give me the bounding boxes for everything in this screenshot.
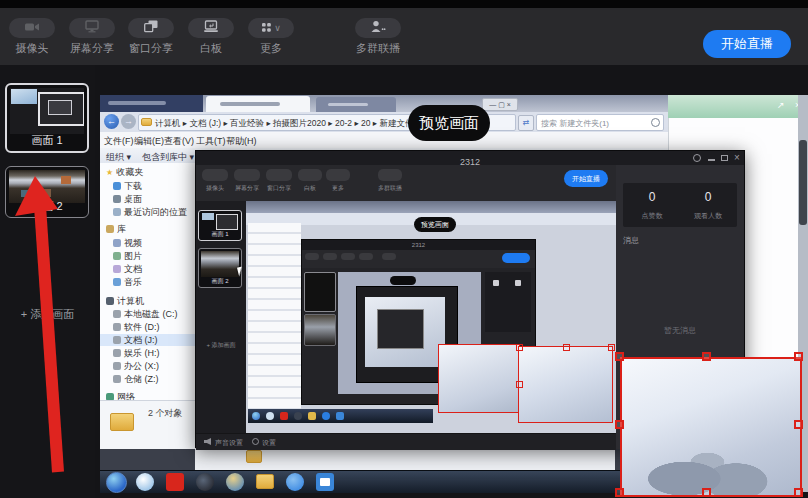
- nested-start-live-button: 开始直播: [564, 170, 608, 187]
- folder-icon: [246, 450, 262, 463]
- more-grid-icon: [261, 19, 272, 37]
- captured-taskbar: [100, 470, 640, 493]
- multi-group-label: 多群联播: [356, 43, 400, 54]
- tree-item: 软件 (D:): [100, 321, 207, 333]
- taskbar-app-icon: [166, 473, 184, 491]
- tree-item: 本地磁盘 (C:): [100, 308, 207, 320]
- tree-item: 下载: [100, 180, 207, 192]
- preview-pill: 预览画面: [408, 105, 490, 141]
- forward-icon: →: [121, 114, 136, 129]
- gear-icon: [693, 154, 701, 162]
- nested-scene-sidebar: 画面 1 画面 2 + 添加画面: [196, 201, 246, 435]
- refresh-icon: ⇄: [518, 115, 534, 131]
- window-share-button[interactable]: 窗口分享: [123, 18, 179, 62]
- speaker-icon: [204, 438, 211, 445]
- taskbar-app-icon: [286, 473, 304, 491]
- computer-icon: [106, 297, 114, 305]
- drive-icon: [113, 310, 121, 318]
- videos-icon: [113, 239, 121, 247]
- scene-card-1[interactable]: 画面 1: [5, 83, 89, 153]
- captured-status-bar: 2 个对象: [100, 400, 195, 449]
- window-share-label: 窗口分享: [129, 43, 173, 54]
- taskbar-app-icon: [226, 473, 244, 491]
- scene-1-label: 画面 1: [7, 133, 87, 148]
- folder-icon: [110, 413, 134, 431]
- desktop-icon: [113, 195, 121, 203]
- tree-item: ★收藏夹: [100, 166, 200, 178]
- libraries-icon: [106, 225, 114, 233]
- add-scene-button[interactable]: + 添加画面: [0, 307, 95, 322]
- menu-help: 帮助(H): [226, 135, 257, 148]
- crop-handle-bottom-left[interactable]: [615, 488, 624, 497]
- scene-2-label: 画面 2: [6, 199, 88, 214]
- window-top-strip: [0, 0, 808, 8]
- viewers-label: 观看人数: [687, 211, 729, 221]
- music-icon: [113, 278, 121, 286]
- breadcrumb: 计算机 ▸ 文档 (J:) ▸ 百业经验 ▸ 拍摄图片2020 ▸ 20-2 ▸…: [155, 118, 435, 130]
- tree-item: 仓储 (Z:): [100, 373, 207, 385]
- captured-inactive-tab: [316, 97, 396, 112]
- tree-item: 计算机: [100, 295, 200, 307]
- scrollbar-thumb: [799, 140, 807, 225]
- pictures-icon: [113, 252, 121, 260]
- window-share-icon: [143, 19, 159, 37]
- captured-file-area: [195, 448, 615, 470]
- drive-icon: [113, 375, 121, 383]
- scene-1-thumbnail: [10, 88, 84, 134]
- crop-handle-bottom-right[interactable]: [794, 488, 803, 497]
- likes-label: 点赞数: [631, 211, 673, 221]
- tree-item-selected: 文档 (J:): [100, 334, 207, 346]
- level2-selected-image: [518, 346, 613, 423]
- captured-green-window-header: ↗ ×: [668, 95, 808, 118]
- screen-share-label: 屏幕分享: [70, 43, 114, 54]
- downloads-icon: [113, 182, 121, 190]
- start-live-button[interactable]: 开始直播: [703, 30, 791, 58]
- gear-icon: [252, 438, 259, 445]
- streaming-app-window: 摄像头 屏幕分享 窗口分享 白板 ∨ 更多 多群联播 开始直播: [0, 0, 808, 498]
- crop-handle-mid-right[interactable]: [794, 420, 803, 429]
- documents-icon: [113, 265, 121, 273]
- crop-handle-bottom-center[interactable]: [702, 488, 711, 497]
- multi-group-button[interactable]: 多群联播: [350, 18, 406, 62]
- crop-handle-top-center[interactable]: [702, 352, 711, 361]
- nested-preview-pill: 预览画面: [414, 217, 456, 232]
- taskbar-app-icon: [316, 473, 334, 491]
- menu-file: 文件(F): [104, 135, 134, 148]
- tree-item: 音乐: [100, 276, 207, 288]
- status-text: 2 个对象: [148, 407, 183, 420]
- crop-handle-top-right[interactable]: [794, 352, 803, 361]
- back-icon: ←: [104, 114, 119, 129]
- recent-icon: [113, 208, 121, 216]
- camera-button[interactable]: 摄像头: [4, 18, 60, 62]
- nested-bottom-bar: 声音设置 设置: [196, 433, 616, 450]
- taskbar-explorer-icon: [256, 474, 274, 489]
- folder-icon: [141, 118, 152, 126]
- selected-source-image[interactable]: [620, 357, 802, 497]
- captured-active-tab: [206, 96, 310, 112]
- close-icon: ×: [734, 153, 740, 162]
- more-button[interactable]: ∨ 更多: [243, 18, 299, 62]
- crop-handle-mid-left[interactable]: [615, 420, 624, 429]
- start-button-orb: [106, 472, 127, 493]
- cursor-icon: [237, 267, 244, 277]
- nested-title-bar: 2312 ×: [196, 151, 744, 165]
- tree-item: 桌面: [100, 193, 207, 205]
- messages-empty-text: 暂无消息: [616, 325, 744, 336]
- crop-handle-top-left[interactable]: [615, 352, 624, 361]
- likes-value: 0: [637, 190, 667, 204]
- nested-toolbar: 摄像头 屏幕分享 窗口分享 白板 更多 多群联播 开始直播: [196, 165, 616, 201]
- explorer-search-field: 搜索 新建文件夹(1): [541, 118, 609, 129]
- maximize-icon: [721, 155, 728, 161]
- whiteboard-button[interactable]: 白板: [183, 18, 239, 62]
- star-icon: ★: [106, 168, 113, 177]
- scene-card-2[interactable]: 画面 2: [5, 166, 89, 218]
- taskbar-app-icon: [196, 473, 214, 491]
- tree-item: 视频: [100, 237, 207, 249]
- level2-taskbar: [248, 409, 433, 423]
- tree-item: 图片: [100, 250, 207, 262]
- viewers-value: 0: [693, 190, 723, 204]
- captured-menu-bar: 文件(F) 编辑(E) 查看(V) 工具(T) 帮助(H): [100, 132, 668, 149]
- screen-share-button[interactable]: 屏幕分享: [64, 18, 120, 62]
- drive-icon: [113, 336, 121, 344]
- multi-group-icon: [370, 19, 386, 37]
